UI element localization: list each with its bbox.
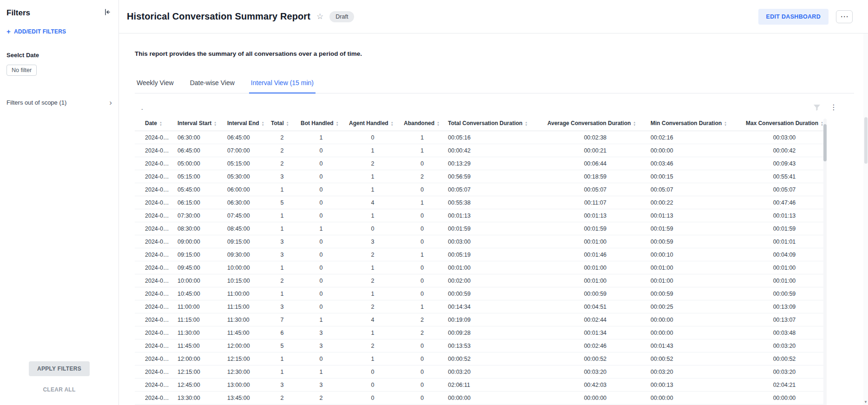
table-cell: 00:05:19 <box>444 248 544 261</box>
table-cell: 1 <box>400 300 444 313</box>
column-label: Agent Handled <box>349 120 388 126</box>
filters-out-of-scope-toggle[interactable]: Filters out of scope (1) › <box>7 99 112 106</box>
favorite-star-icon[interactable]: ☆ <box>316 13 324 20</box>
column-header-date[interactable]: Date <box>135 116 174 131</box>
table-cell: 1 <box>267 261 297 274</box>
table-row: 2024-01-2312:00:0012:15:00101000:00:5200… <box>135 352 827 365</box>
column-header-abandoned[interactable]: Abandoned <box>400 116 444 131</box>
table-cell: 00:00:00 <box>647 392 742 405</box>
table-cell: 0 <box>345 392 400 405</box>
table-cell: 2 <box>267 144 297 157</box>
filter-icon[interactable] <box>813 104 821 111</box>
table-cell: 00:01:13 <box>647 209 742 222</box>
add-edit-filters-button[interactable]: + ADD/EDIT FILTERS <box>7 28 66 35</box>
table-cell: 0 <box>400 352 444 365</box>
table-cell: 0 <box>297 235 345 248</box>
sort-icon <box>286 121 289 126</box>
table-cell: 06:30:00 <box>174 131 224 144</box>
table-cell: 0 <box>400 287 444 300</box>
date-filter-chip[interactable]: No filter <box>7 65 37 76</box>
table-cell: 00:00:52 <box>444 352 544 365</box>
tab-date-wise-view[interactable]: Date-wise View <box>188 73 237 93</box>
table-cell: 00:00:10 <box>647 248 742 261</box>
table-cell: 2 <box>400 313 444 326</box>
kebab-menu-icon[interactable]: ⋮ <box>830 104 837 111</box>
column-header-min-conversation-duration[interactable]: Min Conversation Duration <box>647 116 742 131</box>
column-header-bot-handled[interactable]: Bot Handled <box>297 116 345 131</box>
table-cell: 0 <box>297 300 345 313</box>
table-row: 2024-01-2406:45:0007:00:00201100:00:4200… <box>135 144 827 157</box>
table-cell: 02:04:21 <box>742 378 827 392</box>
table-cell: 10:00:00 <box>174 274 224 287</box>
table-cell: 0 <box>297 144 345 157</box>
table-scrollbar-thumb[interactable] <box>823 124 827 161</box>
edit-dashboard-button[interactable]: EDIT DASHBOARD <box>758 9 829 25</box>
column-header-total-conversation-duration[interactable]: Total Conversation Duration <box>444 116 544 131</box>
page-scrollbar[interactable]: ▼ <box>863 33 868 405</box>
table-cell: 0 <box>297 274 345 287</box>
table-cell: 5 <box>267 339 297 352</box>
column-header-interval-end[interactable]: Interval End <box>224 116 267 131</box>
column-header-average-conversation-duration[interactable]: Average Conversation Duration <box>544 116 647 131</box>
column-label: Abandoned <box>404 120 434 126</box>
table-cell: 00:00:59 <box>647 235 742 248</box>
tab-interval-view[interactable]: Interval View (15 min) <box>249 73 316 93</box>
collapse-sidebar-button[interactable] <box>103 7 112 18</box>
main-area: Historical Conversation Summary Report ☆… <box>119 0 868 405</box>
table-cell: 2024-01-23 <box>135 261 174 274</box>
table-row: 2024-01-2305:00:0005:15:00202000:13:2900… <box>135 157 827 170</box>
table-cell: 0 <box>400 339 444 352</box>
table-cell: 13:45:00 <box>224 392 267 405</box>
column-header-interval-start[interactable]: Interval Start <box>174 116 224 131</box>
table-cell: 2 <box>345 157 400 170</box>
sort-icon <box>159 121 162 126</box>
table-cell: 0 <box>400 222 444 235</box>
sort-icon <box>391 121 394 126</box>
table-cell: 09:30:00 <box>224 248 267 261</box>
table-cell: 0 <box>345 222 400 235</box>
more-options-button[interactable]: ⋯ <box>836 10 853 23</box>
column-header-total[interactable]: Total <box>267 116 297 131</box>
table-cell: 00:00:42 <box>742 144 827 157</box>
table-cell: 1 <box>267 222 297 235</box>
page-scrollbar-thumb[interactable] <box>864 117 868 164</box>
table-row: 2024-01-2311:15:0011:30:00714200:19:0900… <box>135 313 827 326</box>
table-cell: 00:13:07 <box>742 313 827 326</box>
table-cell: 2024-01-23 <box>135 352 174 365</box>
clear-all-button[interactable]: CLEAR ALL <box>43 386 75 393</box>
table-cell: 00:00:59 <box>647 287 742 300</box>
table-row: 2024-01-2313:30:0013:45:00220000:00:0000… <box>135 392 827 405</box>
table-cell: 1 <box>345 326 400 339</box>
table-cell: 09:15:00 <box>224 235 267 248</box>
table-cell: 1 <box>345 209 400 222</box>
tab-weekly-view[interactable]: Weekly View <box>135 73 176 93</box>
table-cell: 00:00:21 <box>544 144 647 157</box>
table-cell: 00:01:00 <box>647 261 742 274</box>
table-cell: 2024-01-23 <box>135 157 174 170</box>
table-cell: 00:03:48 <box>742 326 827 339</box>
table-scrollbar[interactable] <box>823 119 827 405</box>
column-header-agent-handled[interactable]: Agent Handled <box>345 116 400 131</box>
apply-filters-button[interactable]: APPLY FILTERS <box>29 361 90 376</box>
sort-icon <box>336 121 339 126</box>
table-cell: 00:05:07 <box>444 183 544 196</box>
table-cell: 1 <box>345 287 400 300</box>
table-cell: 10:15:00 <box>224 274 267 287</box>
table-cell: 11:30:00 <box>224 313 267 326</box>
table-cell: 00:00:59 <box>544 287 647 300</box>
table-cell: 2 <box>267 157 297 170</box>
table-cell: 2024-01-23 <box>135 378 174 392</box>
column-label: Bot Handled <box>301 120 334 126</box>
table-cell: 00:13:09 <box>742 300 827 313</box>
table-cell: 2024-01-23 <box>135 235 174 248</box>
table-cell: 2024-01-23 <box>135 274 174 287</box>
table-cell: 00:02:44 <box>544 313 647 326</box>
table-cell: 00:00:00 <box>647 326 742 339</box>
column-header-max-conversation-duration[interactable]: Max Conversation Duration <box>742 116 827 131</box>
table-cell: 00:11:07 <box>544 196 647 209</box>
table-row: 2024-01-2305:15:0005:30:00301200:56:5900… <box>135 170 827 183</box>
table-cell: 00:00:59 <box>742 287 827 300</box>
filters-out-of-scope-label: Filters out of scope (1) <box>7 99 66 106</box>
table-cell: 00:00:00 <box>742 392 827 405</box>
table-cell: 2024-01-23 <box>135 196 174 209</box>
